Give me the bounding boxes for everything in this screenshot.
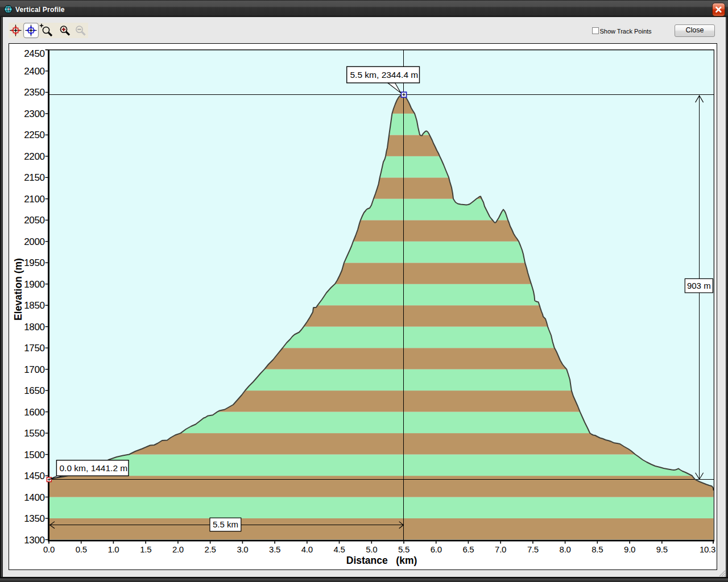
svg-text:5.5 km, 2344.4 m: 5.5 km, 2344.4 m — [350, 70, 419, 80]
svg-text:1650: 1650 — [24, 385, 44, 396]
svg-text:1600: 1600 — [24, 407, 44, 418]
svg-text:1.0: 1.0 — [107, 544, 119, 554]
svg-text:Elevation (m): Elevation (m) — [13, 258, 24, 321]
svg-text:1800: 1800 — [24, 322, 44, 332]
svg-text:1.5: 1.5 — [140, 544, 151, 554]
svg-text:2300: 2300 — [24, 109, 44, 119]
svg-text:4.0: 4.0 — [301, 544, 313, 554]
svg-text:7.0: 7.0 — [495, 544, 506, 554]
svg-text:1400: 1400 — [24, 492, 44, 503]
svg-text:903 m: 903 m — [687, 281, 711, 290]
svg-text:1350: 1350 — [24, 513, 44, 524]
svg-text:3.0: 3.0 — [237, 544, 248, 554]
svg-text:1900: 1900 — [24, 279, 44, 290]
svg-text:9.5: 9.5 — [656, 544, 668, 554]
svg-text:0.0: 0.0 — [43, 544, 55, 554]
svg-text:6.0: 6.0 — [431, 544, 442, 554]
svg-text:0.0 km, 1441.2 m: 0.0 km, 1441.2 m — [60, 463, 128, 473]
svg-text:2450: 2450 — [24, 48, 44, 59]
svg-text:1450: 1450 — [24, 471, 44, 481]
svg-text:2350: 2350 — [24, 87, 44, 98]
svg-text:9.0: 9.0 — [624, 544, 635, 554]
svg-text:1850: 1850 — [24, 300, 44, 311]
svg-text:5.5 km: 5.5 km — [213, 519, 238, 529]
svg-text:2100: 2100 — [24, 194, 44, 205]
svg-text:3.5: 3.5 — [269, 544, 280, 554]
svg-text:1700: 1700 — [24, 364, 44, 375]
svg-text:2400: 2400 — [24, 66, 44, 77]
svg-text:1750: 1750 — [24, 343, 44, 354]
svg-text:1950: 1950 — [24, 257, 44, 268]
svg-text:2150: 2150 — [24, 172, 44, 183]
svg-text:1500: 1500 — [24, 450, 44, 460]
svg-text:2050: 2050 — [24, 215, 44, 226]
svg-text:0.5: 0.5 — [76, 544, 87, 554]
svg-text:10.3: 10.3 — [700, 544, 715, 554]
svg-text:1300: 1300 — [24, 535, 44, 546]
svg-text:2250: 2250 — [24, 130, 44, 140]
svg-text:2.0: 2.0 — [172, 544, 184, 554]
svg-text:8.0: 8.0 — [560, 544, 571, 554]
svg-text:7.5: 7.5 — [527, 544, 539, 554]
svg-text:6.5: 6.5 — [462, 544, 474, 554]
svg-text:5.5: 5.5 — [398, 544, 410, 554]
svg-text:1550: 1550 — [24, 428, 44, 439]
svg-text:2.5: 2.5 — [205, 544, 216, 554]
svg-text:Distance (km): Distance (km) — [346, 555, 417, 566]
svg-text:2200: 2200 — [24, 151, 44, 162]
svg-text:5.0: 5.0 — [366, 544, 377, 554]
svg-text:2000: 2000 — [24, 236, 44, 247]
svg-text:8.5: 8.5 — [592, 544, 603, 554]
svg-text:4.5: 4.5 — [334, 544, 345, 554]
